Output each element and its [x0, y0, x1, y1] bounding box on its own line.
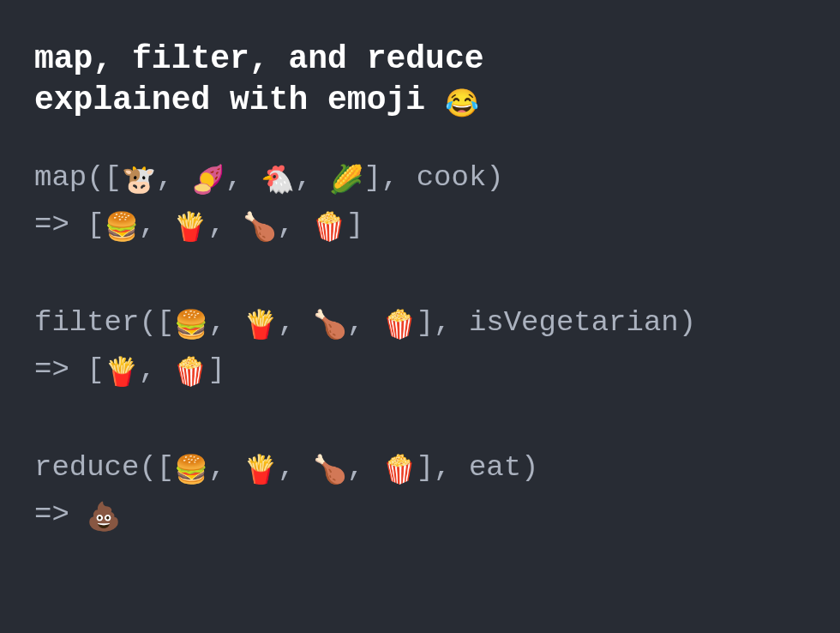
laugh-emoji: 😂 — [445, 89, 479, 121]
filter-prefix: filter([ — [34, 306, 174, 339]
emoji-item: 🍗 — [243, 213, 277, 244]
reduce-result-prefix: => — [34, 498, 87, 531]
filter-call-line: filter([🍔, 🍟, 🍗, 🍿], isVegetarian) — [34, 300, 806, 348]
reduce-items: 🍔, 🍟, 🍗, 🍿 — [174, 451, 416, 484]
title-line-1: map, filter, and reduce — [34, 39, 806, 80]
filter-items: 🍔, 🍟, 🍗, 🍿 — [174, 306, 416, 339]
emoji-item: 🍿 — [173, 358, 207, 389]
separator: , — [278, 451, 313, 484]
separator: , — [347, 451, 382, 484]
map-call-line: map([🐮, 🍠, 🐔, 🌽], cook) — [34, 155, 806, 203]
emoji-item: 🍠 — [191, 166, 225, 197]
emoji-item: 🍗 — [313, 455, 347, 487]
emoji-item: 🐮 — [122, 166, 156, 197]
reduce-result-line: => 💩 — [34, 492, 806, 540]
map-result-line: => [🍔, 🍟, 🍗, 🍿] — [34, 202, 806, 250]
separator: , — [278, 306, 313, 339]
filter-result-suffix: ] — [207, 353, 225, 386]
emoji-item: 🌽 — [329, 166, 363, 197]
separator: , — [139, 208, 174, 241]
separator: , — [295, 161, 330, 194]
emoji-item: 💩 — [87, 503, 121, 534]
reduce-result-items: 💩 — [87, 498, 121, 531]
map-items: 🐮, 🍠, 🐔, 🌽 — [122, 161, 363, 194]
page-title: map, filter, and reduce explained with e… — [34, 39, 806, 123]
emoji-item: 🐔 — [261, 166, 295, 197]
filter-result-items: 🍟, 🍿 — [105, 353, 208, 386]
separator: , — [139, 353, 174, 386]
map-result-items: 🍔, 🍟, 🍗, 🍿 — [105, 208, 346, 241]
separator: , — [208, 306, 243, 339]
filter-suffix: ], isVegetarian) — [417, 306, 696, 339]
emoji-item: 🍟 — [243, 310, 278, 342]
reduce-call-line: reduce([🍔, 🍟, 🍗, 🍿], eat) — [34, 445, 806, 493]
map-example: map([🐮, 🍠, 🐔, 🌽], cook) => [🍔, 🍟, 🍗, 🍿] — [34, 155, 806, 250]
emoji-item: 🍔 — [174, 455, 208, 487]
separator: , — [156, 161, 191, 194]
emoji-item: 🍗 — [313, 310, 347, 342]
emoji-item: 🍟 — [243, 455, 278, 487]
emoji-item: 🍟 — [105, 358, 139, 389]
separator: , — [225, 161, 261, 194]
filter-result-prefix: => [ — [34, 353, 105, 386]
map-suffix: ], cook) — [363, 161, 503, 194]
filter-result-line: => [🍟, 🍿] — [34, 347, 806, 395]
emoji-item: 🍿 — [382, 455, 417, 487]
separator: , — [208, 451, 243, 484]
map-result-suffix: ] — [346, 208, 363, 241]
emoji-item: 🍿 — [312, 213, 346, 244]
emoji-item: 🍔 — [105, 213, 139, 244]
separator: , — [207, 208, 243, 241]
filter-example: filter([🍔, 🍟, 🍗, 🍿], isVegetarian) => [🍟… — [34, 300, 806, 395]
map-result-prefix: => [ — [34, 208, 105, 241]
emoji-item: 🍿 — [382, 310, 417, 342]
emoji-item: 🍟 — [173, 213, 207, 244]
reduce-suffix: ], eat) — [417, 451, 539, 484]
title-line-2-text: explained with emoji — [34, 81, 445, 118]
title-line-2: explained with emoji 😂 — [34, 80, 806, 123]
map-prefix: map([ — [34, 161, 122, 194]
reduce-example: reduce([🍔, 🍟, 🍗, 🍿], eat) => 💩 — [34, 445, 806, 540]
separator: , — [277, 208, 312, 241]
separator: , — [347, 306, 382, 339]
emoji-item: 🍔 — [174, 310, 208, 342]
reduce-prefix: reduce([ — [34, 451, 174, 484]
